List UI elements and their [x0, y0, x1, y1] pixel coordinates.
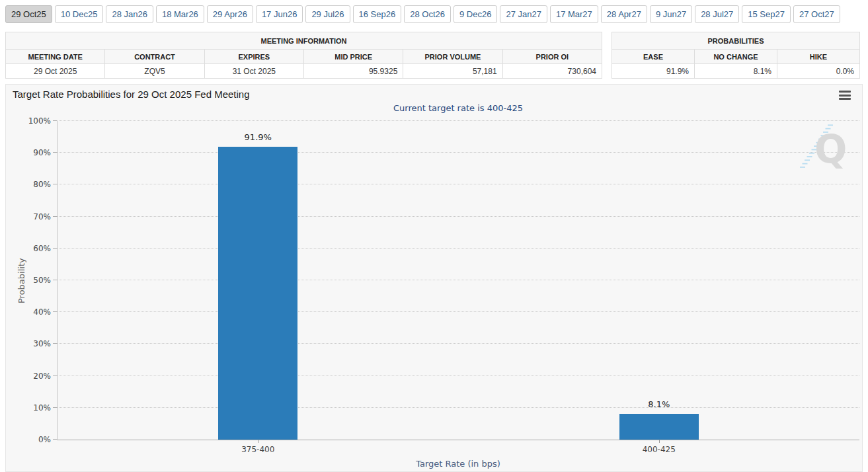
- y-axis-tick-label: 30%: [33, 339, 51, 348]
- tab-28-oct26[interactable]: 28 Oct26: [404, 5, 451, 23]
- fedwatch-page: 29 Oct25 10 Dec25 28 Jan26 18 Mar26 29 A…: [0, 0, 868, 472]
- probabilities-title: PROBABILITIES: [612, 32, 860, 50]
- tab-9-jun27[interactable]: 9 Jun27: [650, 5, 692, 23]
- col-prior-oi: PRIOR OI: [502, 50, 602, 64]
- no-change-value: 8.1%: [695, 64, 777, 79]
- bar-400-425[interactable]: [619, 414, 699, 440]
- col-no-change: NO CHANGE: [695, 50, 777, 64]
- y-axis-tick-label: 80%: [33, 180, 51, 189]
- ease-value: 91.9%: [612, 64, 695, 79]
- meeting-information-table: MEETING INFORMATION MEETING DATE CONTRAC…: [5, 32, 602, 79]
- gridline: [58, 248, 859, 249]
- y-axis-tick-label: 60%: [33, 244, 51, 253]
- col-hike: HIKE: [777, 50, 860, 64]
- hike-value: 0.0%: [777, 64, 860, 79]
- y-axis-tick-label: 20%: [33, 372, 51, 381]
- info-tables: MEETING INFORMATION MEETING DATE CONTRAC…: [5, 32, 860, 79]
- y-axis-tick-label: 0%: [38, 435, 51, 444]
- col-contract: CONTRACT: [105, 50, 204, 64]
- tab-29-jul26[interactable]: 29 Jul26: [305, 5, 350, 23]
- tab-28-jul27[interactable]: 28 Jul27: [695, 5, 739, 23]
- col-mid-price: MID PRICE: [303, 50, 403, 64]
- x-axis-tick-mark: [659, 440, 660, 443]
- hamburger-bar: [839, 98, 851, 100]
- meeting-date-tabs: 29 Oct25 10 Dec25 28 Jan26 18 Mar26 29 A…: [5, 5, 840, 23]
- tab-18-mar26[interactable]: 18 Mar26: [156, 5, 204, 23]
- prior-oi-value: 730,604: [502, 64, 602, 79]
- y-axis-tick-mark: [53, 184, 57, 184]
- chart-subtitle: Current target rate is 400-425: [57, 103, 859, 113]
- y-axis-tick-mark: [53, 407, 57, 408]
- gridline: [58, 311, 859, 312]
- expires-value: 31 Oct 2025: [204, 64, 303, 79]
- meeting-information-title: MEETING INFORMATION: [6, 32, 602, 50]
- tab-29-oct25[interactable]: 29 Oct25: [5, 5, 52, 23]
- y-axis-title: Probability: [15, 121, 27, 440]
- tab-17-mar27[interactable]: 17 Mar27: [550, 5, 598, 23]
- probabilities-table: PROBABILITIES EASE NO CHANGE HIKE 91.9% …: [612, 32, 860, 79]
- y-axis-tick-label: 40%: [33, 307, 51, 317]
- bar-value-label: 8.1%: [619, 399, 699, 409]
- y-axis-tick-mark: [53, 248, 57, 249]
- gridline: [58, 216, 859, 217]
- tab-17-jun26[interactable]: 17 Jun26: [256, 5, 303, 23]
- tab-15-sep27[interactable]: 15 Sep27: [742, 5, 791, 23]
- tab-9-dec26[interactable]: 9 Dec26: [454, 5, 497, 23]
- x-axis-tick-label: 375-400: [218, 445, 297, 454]
- x-axis-title: Target Rate (in bps): [57, 459, 859, 469]
- target-rate-chart-panel: Target Rate Probabilities for 29 Oct 202…: [5, 84, 863, 472]
- y-axis-tick-mark: [53, 280, 57, 280]
- y-axis-tick-label: 100%: [28, 116, 51, 126]
- y-axis-tick-mark: [53, 439, 57, 440]
- y-axis-tick-mark: [53, 120, 57, 121]
- y-axis-tick-label: 70%: [33, 212, 51, 221]
- x-axis-tick-label: 400-425: [619, 445, 699, 454]
- hamburger-menu-icon[interactable]: [839, 91, 851, 100]
- svg-text:Q: Q: [814, 127, 847, 172]
- tab-27-jan27[interactable]: 27 Jan27: [500, 5, 547, 23]
- bar-375-400[interactable]: [218, 147, 297, 440]
- y-axis-tick-mark: [53, 311, 57, 312]
- x-axis-tick-mark: [258, 440, 258, 443]
- meeting-date-value: 29 Oct 2025: [6, 64, 105, 79]
- y-axis-tick-mark: [53, 343, 57, 344]
- tab-29-apr26[interactable]: 29 Apr26: [207, 5, 253, 23]
- mid-price-value: 95.9325: [303, 64, 403, 79]
- col-prior-volume: PRIOR VOLUME: [403, 50, 502, 64]
- tab-16-sep26[interactable]: 16 Sep26: [353, 5, 402, 23]
- gridline: [58, 184, 859, 184]
- tab-10-dec25[interactable]: 10 Dec25: [55, 5, 104, 23]
- gridline: [58, 407, 859, 408]
- y-axis-tick-mark: [53, 152, 57, 153]
- plot-area: 0%10%20%30%40%50%60%70%80%90%100%91.9%37…: [57, 121, 859, 440]
- bar-value-label: 91.9%: [218, 132, 297, 142]
- gridline: [58, 280, 859, 280]
- y-axis-tick-mark: [53, 216, 57, 217]
- col-meeting-date: MEETING DATE: [6, 50, 105, 64]
- quikstrike-q-watermark: Q: [800, 122, 850, 172]
- y-axis-tick-label: 90%: [33, 148, 51, 157]
- chart-title: Target Rate Probabilities for 29 Oct 202…: [13, 89, 250, 100]
- y-axis-tick-label: 10%: [33, 403, 51, 413]
- gridline: [58, 375, 859, 376]
- gridline: [58, 343, 859, 344]
- hamburger-bar: [839, 91, 851, 93]
- col-ease: EASE: [612, 50, 695, 64]
- tab-27-oct27[interactable]: 27 Oct27: [793, 5, 840, 23]
- gridline: [58, 120, 859, 121]
- tab-28-jan26[interactable]: 28 Jan26: [106, 5, 153, 23]
- gridline: [58, 152, 859, 153]
- hamburger-bar: [839, 95, 851, 97]
- tab-28-apr27[interactable]: 28 Apr27: [601, 5, 647, 23]
- q-watermark-icon: Q: [800, 122, 850, 172]
- prior-volume-value: 57,181: [403, 64, 502, 79]
- contract-value: ZQV5: [105, 64, 204, 79]
- y-axis-tick-label: 50%: [33, 276, 51, 285]
- y-axis-tick-mark: [53, 375, 57, 376]
- col-expires: EXPIRES: [204, 50, 303, 64]
